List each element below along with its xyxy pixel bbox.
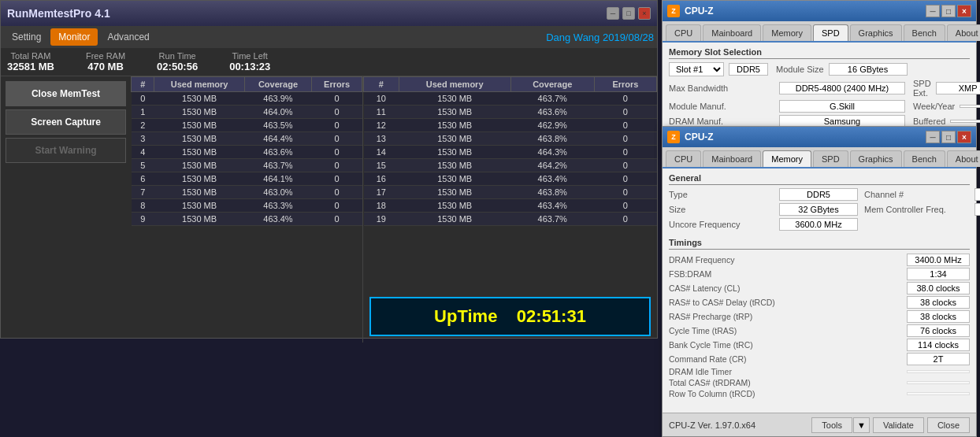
cpuz2-channel-row: Channel # Quad <box>864 188 980 201</box>
cpuz1-titlebar: Z CPU-Z ─ □ × <box>663 1 976 21</box>
menu-setting[interactable]: Setting <box>4 28 49 46</box>
cpuz2-type-value: DDR5 <box>779 188 858 201</box>
left-col-errors: Errors <box>312 77 362 92</box>
cpuz2-tab-graphics[interactable]: Graphics <box>850 150 902 167</box>
dram-manuf-label: DRAM Manuf. <box>669 117 779 126</box>
tools-dropdown-arrow[interactable]: ▼ <box>853 417 870 433</box>
timing-row: DRAM Idle Timer <box>669 366 970 377</box>
cpuz2-type-label: Type <box>669 190 779 199</box>
cpuz-window-2: Z CPU-Z ─ □ × CPU Mainboard Memory SPD G… <box>662 126 977 437</box>
timing-label: CAS# Latency (CL) <box>669 283 740 293</box>
cpuz1-tab-graphics[interactable]: Graphics <box>850 24 902 41</box>
cpuz1-title: CPU-Z <box>685 6 714 17</box>
cpuz1-tab-about[interactable]: About <box>947 24 980 41</box>
cpuz2-tab-bench[interactable]: Bench <box>904 150 945 167</box>
cpuz2-title-left: Z CPU-Z <box>667 131 714 143</box>
table-row: 91530 MB463.4%0 <box>132 213 362 226</box>
tools-button[interactable]: Tools <box>811 417 852 433</box>
memtest-menubar: Setting Monitor Advanced Dang Wang 2019/… <box>1 26 657 48</box>
cpuz2-title: CPU-Z <box>685 131 714 143</box>
cpuz1-tab-memory[interactable]: Memory <box>763 24 811 41</box>
cpuz2-general-col-left: Type DDR5 Size 32 GBytes Uncore Frequenc… <box>669 188 858 233</box>
cpuz2-general-section: General <box>669 173 970 185</box>
cpuz1-tab-mainboard[interactable]: Mainboard <box>703 24 761 41</box>
cpuz2-tab-memory[interactable]: Memory <box>763 150 811 167</box>
cpuz2-tab-mainboard[interactable]: Mainboard <box>703 150 761 167</box>
cpuz1-maximize-button[interactable]: □ <box>941 5 956 17</box>
right-col-errors: Errors <box>594 77 656 92</box>
total-ram-value: 32581 MB <box>7 61 54 72</box>
cpuz2-win-controls: ─ □ × <box>926 131 971 143</box>
table-row: 141530 MB464.3%0 <box>364 146 657 159</box>
table-row: 151530 MB464.2%0 <box>364 159 657 172</box>
cpuz1-tab-cpu[interactable]: CPU <box>666 24 701 41</box>
cpuz1-title-left: Z CPU-Z <box>667 5 714 17</box>
cpuz2-uncore-row: Uncore Frequency 3600.0 MHz <box>669 218 858 231</box>
cpuz2-minimize-button[interactable]: ─ <box>926 131 940 143</box>
cpuz2-maximize-button[interactable]: □ <box>941 131 956 143</box>
timing-row: Cycle Time (tRAS)76 clocks <box>669 324 970 338</box>
screen-capture-button[interactable]: Screen Capture <box>6 109 126 135</box>
timing-value <box>907 370 970 373</box>
timing-value <box>907 381 970 384</box>
minimize-button[interactable]: ─ <box>607 7 619 20</box>
table-row: 181530 MB463.4%0 <box>364 199 657 213</box>
right-col-coverage: Coverage <box>510 77 594 92</box>
menu-monitor[interactable]: Monitor <box>50 28 98 46</box>
timing-label: Row To Column (tRCD) <box>669 389 755 398</box>
max-bandwidth-value: DDR5-4800 (2400 MHz) <box>779 82 905 94</box>
table-row: 161530 MB463.4%0 <box>364 172 657 186</box>
timing-row: FSB:DRAM1:34 <box>669 267 970 281</box>
cpuz2-footer-buttons: Tools ▼ Validate Close <box>811 417 970 433</box>
cpuz2-titlebar: Z CPU-Z ─ □ × <box>663 127 976 147</box>
cpuz2-content: General Type DDR5 Size 32 GBytes Uncore … <box>663 169 976 428</box>
table-row: 131530 MB463.8%0 <box>364 132 657 146</box>
cpuz2-timings: DRAM Frequency3400.0 MHzFSB:DRAM1:34CAS#… <box>669 253 970 399</box>
week-year-value <box>960 105 980 108</box>
table-row: 191530 MB463.7%0 <box>364 213 657 226</box>
validate-button[interactable]: Validate <box>873 417 924 433</box>
cpuz1-close-button[interactable]: × <box>957 5 971 17</box>
max-bandwidth-label: Max Bandwidth <box>669 83 779 93</box>
uptime-box: UpTime 02:51:31 <box>369 297 651 336</box>
left-col-used: Used memory <box>154 77 244 92</box>
table-row: 31530 MB464.4%0 <box>132 132 362 146</box>
cpuz1-tab-spd[interactable]: SPD <box>813 24 848 41</box>
cpuz2-timings-section: Timings <box>669 238 970 250</box>
close-cpuz2-button[interactable]: Close <box>927 417 970 433</box>
close-window-button[interactable]: × <box>638 7 651 20</box>
cpuz2-icon: Z <box>667 131 680 143</box>
cpuz1-minimize-button[interactable]: ─ <box>926 5 940 17</box>
cpuz2-memctrl-label: Mem Controller Freq. <box>864 205 974 214</box>
memtest-stats-bar: Total RAM 32581 MB Free RAM 470 MB Run T… <box>1 48 657 76</box>
timing-value: 38 clocks <box>907 296 970 309</box>
timing-label: DRAM Frequency <box>669 255 734 265</box>
buffered-label: Buffered <box>913 117 945 126</box>
module-size-label: Module Size <box>776 65 824 74</box>
start-warning-button[interactable]: Start Warning <box>6 138 126 163</box>
timing-value: 3400.0 MHz <box>907 254 970 266</box>
table-row: 81530 MB463.3%0 <box>132 199 362 213</box>
slot-select[interactable]: Slot #1 Slot #2 Slot #3 Slot #4 <box>669 62 724 76</box>
menu-advanced[interactable]: Advanced <box>99 28 157 46</box>
cpuz2-tab-about[interactable]: About <box>947 150 980 167</box>
cpuz2-tab-spd[interactable]: SPD <box>813 150 848 167</box>
slot-type-value: DDR5 <box>729 63 768 76</box>
cpuz2-tab-cpu[interactable]: CPU <box>666 150 701 167</box>
week-year-label: Week/Year <box>913 102 955 111</box>
timing-label: Total CAS# (tRDRAM) <box>669 378 751 387</box>
timestamp: Dang Wang 2019/08/28 <box>546 31 654 43</box>
left-col-num: # <box>132 77 154 92</box>
cpuz1-slot-row: Slot #1 Slot #2 Slot #3 Slot #4 DDR5 Mod… <box>669 62 970 76</box>
close-memtest-button[interactable]: Close MemTest <box>6 81 126 106</box>
uptime-label: UpTime <box>434 306 497 326</box>
free-ram-label: Free RAM <box>86 51 125 61</box>
timing-label: FSB:DRAM <box>669 269 711 279</box>
cpuz2-close-button[interactable]: × <box>957 131 971 143</box>
maximize-button[interactable]: □ <box>622 7 635 20</box>
timing-label: Bank Cycle Time (tRC) <box>669 340 753 350</box>
cpuz1-win-controls: ─ □ × <box>926 5 971 17</box>
cpuz1-tab-bench[interactable]: Bench <box>904 24 945 41</box>
timing-value <box>907 392 970 395</box>
cpuz2-channel-value: Quad <box>974 188 980 201</box>
